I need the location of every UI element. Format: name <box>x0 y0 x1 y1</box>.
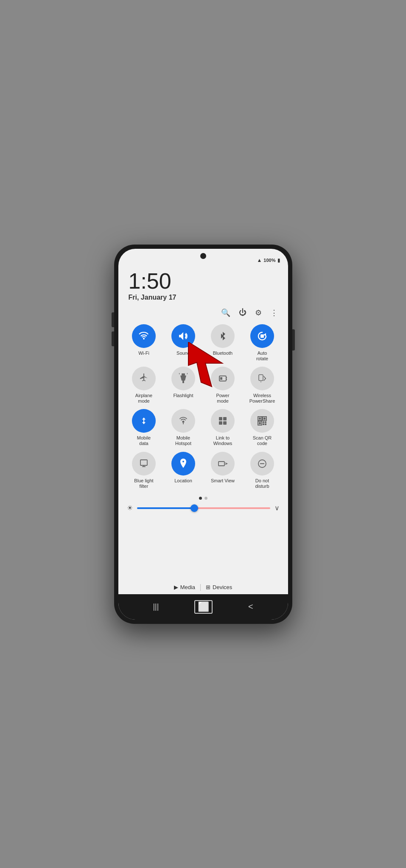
back-button[interactable]: < <box>248 602 253 612</box>
donotdisturb-icon-circle <box>250 452 274 476</box>
qs-smartview[interactable]: Smart View <box>205 452 241 489</box>
qs-scanqr[interactable]: Scan QRcode <box>244 409 280 446</box>
qs-linkwindows[interactable]: Link toWindows <box>205 409 241 446</box>
airplane-label: Airplanemode <box>135 393 152 404</box>
sound-label: Sound <box>176 351 190 356</box>
scanqr-icon-circle <box>250 409 274 433</box>
mobiledata-label: Mobiledata <box>137 435 151 446</box>
svg-point-14 <box>182 421 185 423</box>
bluelightfilter-icon-circle <box>132 452 156 476</box>
quick-settings-grid: Wi-Fi Sound <box>118 321 288 495</box>
time-area: 1:50 Fri, January 17 <box>118 265 288 305</box>
search-icon[interactable]: 🔍 <box>221 308 230 317</box>
wifi-label: Wi-Fi <box>138 351 149 356</box>
svg-rect-17 <box>223 417 227 420</box>
svg-rect-3 <box>182 373 185 376</box>
svg-rect-9 <box>220 377 222 380</box>
media-label: Media <box>180 584 195 590</box>
wirelesspowershare-icon-circle <box>250 367 274 390</box>
svg-rect-2 <box>260 334 264 338</box>
autorotate-icon-circle <box>250 324 274 348</box>
mobilehotspot-icon-circle <box>171 409 195 433</box>
location-icon-circle <box>171 452 195 476</box>
battery-percentage: 100% <box>263 258 275 263</box>
svg-rect-29 <box>265 423 266 425</box>
autorotate-label: Autorotate <box>256 351 268 362</box>
svg-marker-0 <box>179 332 183 340</box>
phone-frame: ▲ 100% ▮ 1:50 Fri, January 17 🔍 ⏻ ⚙ ⋮ <box>114 245 292 624</box>
qs-wifi[interactable]: Wi-Fi <box>126 324 162 362</box>
mobilehotspot-label: MobileHotspot <box>175 435 191 446</box>
qs-autorotate[interactable]: Autorotate <box>244 324 280 362</box>
svg-rect-12 <box>259 375 263 381</box>
qs-mobiledata[interactable]: Mobiledata <box>126 409 162 446</box>
sound-icon-circle <box>171 324 195 348</box>
smartview-label: Smart View <box>211 478 235 484</box>
svg-rect-30 <box>140 460 147 465</box>
svg-rect-21 <box>259 417 261 420</box>
qs-flashlight[interactable]: Flashlight <box>165 367 202 404</box>
navigation-bar: ||| ⬜ < <box>118 594 288 620</box>
phone-screen: ▲ 100% ▮ 1:50 Fri, January 17 🔍 ⏻ ⚙ ⋮ <box>118 249 288 620</box>
qs-bluelightfilter[interactable]: Blue lightfilter <box>126 452 162 489</box>
qs-location[interactable]: Location <box>165 452 202 489</box>
qs-wirelesspowershare[interactable]: WirelessPowerShare <box>244 367 280 404</box>
brightness-row[interactable]: ☀ ∨ <box>118 502 288 514</box>
brightness-slider[interactable] <box>137 507 270 509</box>
svg-rect-25 <box>259 422 261 424</box>
svg-rect-26 <box>263 421 264 423</box>
devices-button[interactable]: ⊞ Devices <box>206 584 232 590</box>
svg-rect-5 <box>182 381 184 383</box>
recents-button[interactable]: ||| <box>153 602 159 611</box>
qs-sound[interactable]: Sound <box>165 324 202 362</box>
media-play-icon: ▶ <box>174 584 178 590</box>
svg-marker-4 <box>180 376 186 381</box>
qs-bluetooth[interactable]: Bluetooth <box>205 324 241 362</box>
scanqr-label: Scan QRcode <box>253 435 272 446</box>
qs-powermode[interactable]: Powermode <box>205 367 241 404</box>
brightness-thumb[interactable] <box>190 504 198 512</box>
mobiledata-icon-circle <box>132 409 156 433</box>
expand-icon[interactable]: ∨ <box>274 504 280 512</box>
media-devices-bar: ▶ Media ⊞ Devices <box>118 581 288 594</box>
location-label: Location <box>174 478 192 484</box>
battery-icon: ▮ <box>277 257 280 263</box>
linkwindows-label: Link toWindows <box>213 435 232 446</box>
page-indicators <box>118 497 288 500</box>
flashlight-icon-circle <box>171 367 195 390</box>
svg-rect-33 <box>218 462 224 466</box>
svg-rect-27 <box>265 421 266 423</box>
wifi-icon-circle <box>132 324 156 348</box>
settings-icon[interactable]: ⚙ <box>255 308 262 317</box>
svg-rect-19 <box>223 421 227 425</box>
power-icon[interactable]: ⏻ <box>239 308 246 317</box>
volume-up-button[interactable] <box>112 312 114 327</box>
qs-mobilehotspot[interactable]: MobileHotspot <box>165 409 202 446</box>
date-display: Fri, January 17 <box>129 294 278 301</box>
volume-down-button[interactable] <box>112 331 114 346</box>
bluelightfilter-label: Blue lightfilter <box>134 478 153 489</box>
devices-grid-icon: ⊞ <box>206 584 210 590</box>
power-button[interactable] <box>292 329 295 351</box>
svg-rect-28 <box>263 423 264 425</box>
bluetooth-icon-circle <box>211 324 235 348</box>
camera-notch <box>200 253 206 259</box>
signal-icon: ▲ <box>257 257 262 263</box>
powermode-label: Powermode <box>216 393 229 404</box>
qs-toolbar: 🔍 ⏻ ⚙ ⋮ <box>118 305 288 321</box>
svg-line-6 <box>179 373 179 374</box>
qs-donotdisturb[interactable]: Do notdisturb <box>244 452 280 489</box>
page-dot-2 <box>204 497 207 500</box>
svg-rect-18 <box>219 421 222 425</box>
more-icon[interactable]: ⋮ <box>270 308 278 317</box>
home-button[interactable]: ⬜ <box>194 600 213 614</box>
devices-label: Devices <box>213 584 232 590</box>
svg-rect-23 <box>263 417 266 420</box>
linkwindows-icon-circle <box>211 409 235 433</box>
clock-display: 1:50 <box>129 270 278 292</box>
svg-rect-16 <box>219 417 222 420</box>
media-devices-divider <box>200 584 201 591</box>
qs-airplane[interactable]: Airplanemode <box>126 367 162 404</box>
donotdisturb-label: Do notdisturb <box>255 478 269 489</box>
media-button[interactable]: ▶ Media <box>174 584 195 590</box>
